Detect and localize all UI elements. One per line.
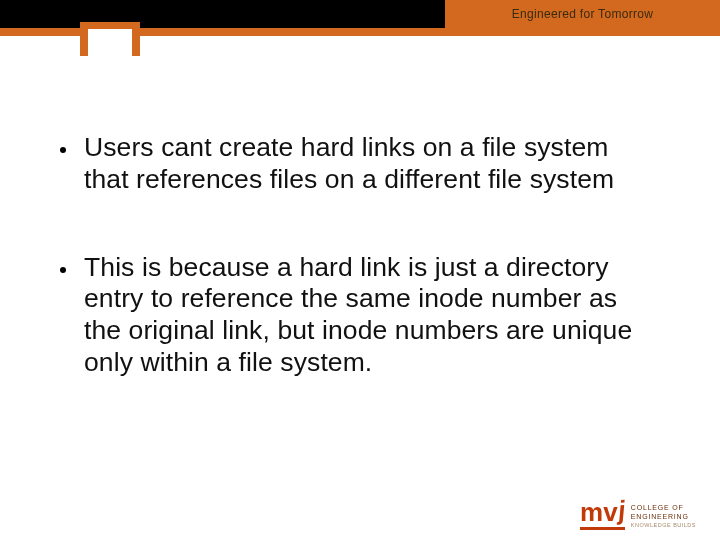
- logo-letter-m: m: [580, 497, 603, 527]
- bullet-dot-icon: [60, 147, 66, 153]
- header-notch-inner: [88, 29, 132, 63]
- header-black-bar: [0, 0, 445, 28]
- logo-mark-wrap: mvj: [580, 499, 625, 530]
- logo-subline: KNOWLEDGE BUILDS: [631, 522, 696, 528]
- list-item: This is because a hard link is just a di…: [60, 252, 660, 379]
- logo-underline: [580, 527, 625, 530]
- slide: Engineered for Tomorrow Users cant creat…: [0, 0, 720, 540]
- logo-line-1: COLLEGE OF: [631, 504, 696, 512]
- logo-letter-v: v: [603, 497, 617, 527]
- list-item: Users cant create hard links on a file s…: [60, 132, 660, 196]
- footer-logo: mvj COLLEGE OF ENGINEERING KNOWLEDGE BUI…: [580, 499, 696, 530]
- header-tagline: Engineered for Tomorrow: [445, 0, 720, 28]
- logo-text: COLLEGE OF ENGINEERING KNOWLEDGE BUILDS: [631, 504, 696, 528]
- bullet-text: This is because a hard link is just a di…: [84, 252, 660, 379]
- logo-mark: mvj: [580, 499, 625, 525]
- logo-line-2: ENGINEERING: [631, 513, 696, 521]
- bullet-text: Users cant create hard links on a file s…: [84, 132, 660, 196]
- bullet-dot-icon: [60, 267, 66, 273]
- content-body: Users cant create hard links on a file s…: [60, 132, 660, 435]
